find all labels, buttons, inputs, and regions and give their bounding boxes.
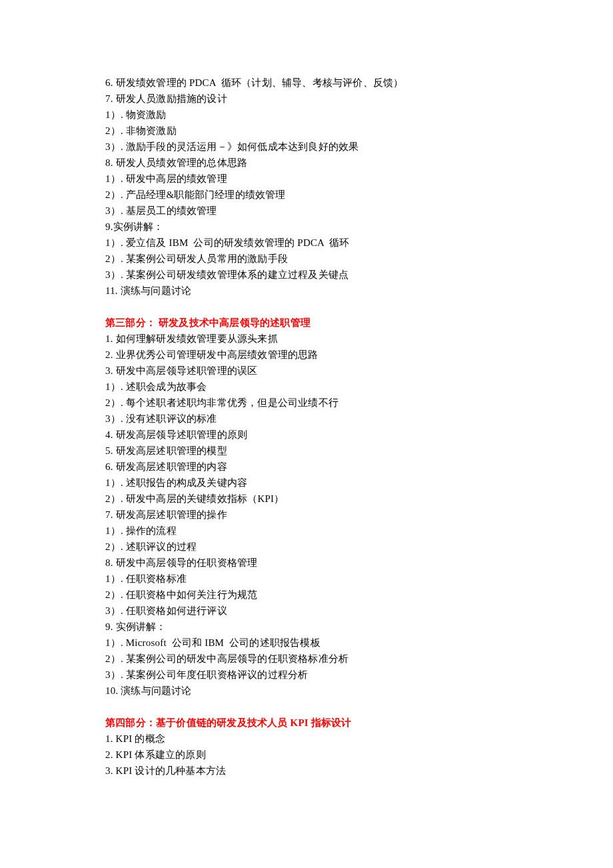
text-line: 2）. 研发中高层的关键绩效指标（KPI） [105,491,508,507]
text-line: 10. 演练与问题讨论 [105,683,508,699]
text-line: 2）. 非物资激励 [105,123,508,139]
text-line: 3）. 没有述职评议的标准 [105,411,508,427]
text-line: 4. 研发高层领导述职管理的原则 [105,427,508,443]
text-line: 2. KPI 体系建立的原则 [105,747,508,763]
text-line: 1. KPI 的概念 [105,731,508,747]
text-line: 3）. 任职资格如何进行评议 [105,603,508,619]
text-line: 2）. 任职资格中如何关注行为规范 [105,587,508,603]
text-line: 3）. 某案例公司年度任职资格评议的过程分析 [105,667,508,683]
text-line: 5. 研发高层述职管理的模型 [105,443,508,459]
section-heading: 第四部分：基于价值链的研发及技术人员 KPI 指标设计 [105,715,508,731]
text-line: 1）. 研发中高层的绩效管理 [105,171,508,187]
text-line: 9. 实例讲解： [105,619,508,635]
text-line: 6. 研发绩效管理的 PDCA 循环（计划、辅导、考核与评价、反馈） [105,75,508,91]
text-line: 1）. 物资激励 [105,107,508,123]
text-line: 1. 如何理解研发绩效管理要从源头来抓 [105,331,508,347]
text-line: 1）. 述职报告的构成及关键内容 [105,475,508,491]
content-block-1: 6. 研发绩效管理的 PDCA 循环（计划、辅导、考核与评价、反馈） 7. 研发… [105,75,508,299]
text-line: 8. 研发中高层领导的任职资格管理 [105,555,508,571]
document-page: 6. 研发绩效管理的 PDCA 循环（计划、辅导、考核与评价、反馈） 7. 研发… [0,0,613,861]
text-line: 1）. 任职资格标准 [105,571,508,587]
text-line: 2）. 某案例公司的研发中高层领导的任职资格标准分析 [105,651,508,667]
text-line: 2）. 产品经理&职能部门经理的绩效管理 [105,187,508,203]
text-line: 6. 研发高层述职管理的内容 [105,459,508,475]
text-line: 3）. 某案例公司研发绩效管理体系的建立过程及关键点 [105,267,508,283]
text-line: 3）. 基层员工的绩效管理 [105,203,508,219]
text-line: 11. 演练与问题讨论 [105,283,508,299]
text-line: 1）. 操作的流程 [105,523,508,539]
text-line: 7. 研发人员激励措施的设计 [105,91,508,107]
text-line: 8. 研发人员绩效管理的总体思路 [105,155,508,171]
text-line: 2）. 述职评议的过程 [105,539,508,555]
section-3: 第三部分： 研发及技术中高层领导的述职管理 1. 如何理解研发绩效管理要从源头来… [105,315,508,699]
text-line: 1）. 述职会成为故事会 [105,379,508,395]
section-4: 第四部分：基于价值链的研发及技术人员 KPI 指标设计 1. KPI 的概念 2… [105,715,508,779]
text-line: 7. 研发高层述职管理的操作 [105,507,508,523]
text-line: 3. 研发中高层领导述职管理的误区 [105,363,508,379]
text-line: 2. 业界优秀公司管理研发中高层绩效管理的思路 [105,347,508,363]
text-line: 1）. 爱立信及 IBM 公司的研发绩效管理的 PDCA 循环 [105,235,508,251]
section-heading: 第三部分： 研发及技术中高层领导的述职管理 [105,315,508,331]
text-line: 3. KPI 设计的几种基本方法 [105,763,508,779]
text-line: 2）. 某案例公司研发人员常用的激励手段 [105,251,508,267]
text-line: 3）. 激励手段的灵活运用－》如何低成本达到良好的效果 [105,139,508,155]
text-line: 2）. 每个述职者述职均非常优秀，但是公司业绩不行 [105,395,508,411]
text-line: 9.实例讲解： [105,219,508,235]
text-line: 1）. Microsoft 公司和 IBM 公司的述职报告模板 [105,635,508,651]
